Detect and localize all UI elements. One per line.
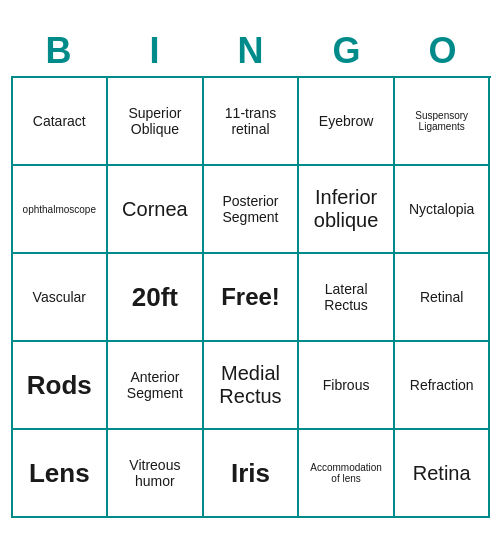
cell-2[interactable]: 11-trans retinal <box>204 78 300 166</box>
bingo-grid: Cataract Superior Oblique 11-trans retin… <box>11 76 491 518</box>
cell-22[interactable]: Iris <box>204 430 300 518</box>
cell-24[interactable]: Retina <box>395 430 491 518</box>
cell-10[interactable]: Vascular <box>13 254 109 342</box>
letter-b: B <box>11 26 107 76</box>
cell-3[interactable]: Eyebrow <box>299 78 395 166</box>
bingo-card: B I N G O Cataract Superior Oblique 11-t… <box>11 26 491 518</box>
cell-14[interactable]: Retinal <box>395 254 491 342</box>
letter-g: G <box>299 26 395 76</box>
letter-o: O <box>395 26 491 76</box>
cell-21[interactable]: Vitreous humor <box>108 430 204 518</box>
cell-23[interactable]: Accommodation of lens <box>299 430 395 518</box>
cell-16[interactable]: Anterior Segment <box>108 342 204 430</box>
letter-n: N <box>203 26 299 76</box>
cell-free[interactable]: Free! <box>204 254 300 342</box>
cell-4[interactable]: Suspensory Ligaments <box>395 78 491 166</box>
letter-i: I <box>107 26 203 76</box>
cell-5[interactable]: ophthalmoscope <box>13 166 109 254</box>
cell-7[interactable]: Posterior Segment <box>204 166 300 254</box>
bingo-header: B I N G O <box>11 26 491 76</box>
cell-11[interactable]: 20ft <box>108 254 204 342</box>
cell-19[interactable]: Refraction <box>395 342 491 430</box>
cell-17[interactable]: Medial Rectus <box>204 342 300 430</box>
cell-6[interactable]: Cornea <box>108 166 204 254</box>
cell-8[interactable]: Inferior oblique <box>299 166 395 254</box>
cell-15[interactable]: Rods <box>13 342 109 430</box>
cell-1[interactable]: Superior Oblique <box>108 78 204 166</box>
cell-13[interactable]: Lateral Rectus <box>299 254 395 342</box>
cell-0[interactable]: Cataract <box>13 78 109 166</box>
cell-20[interactable]: Lens <box>13 430 109 518</box>
cell-18[interactable]: Fibrous <box>299 342 395 430</box>
cell-9[interactable]: Nyctalopia <box>395 166 491 254</box>
